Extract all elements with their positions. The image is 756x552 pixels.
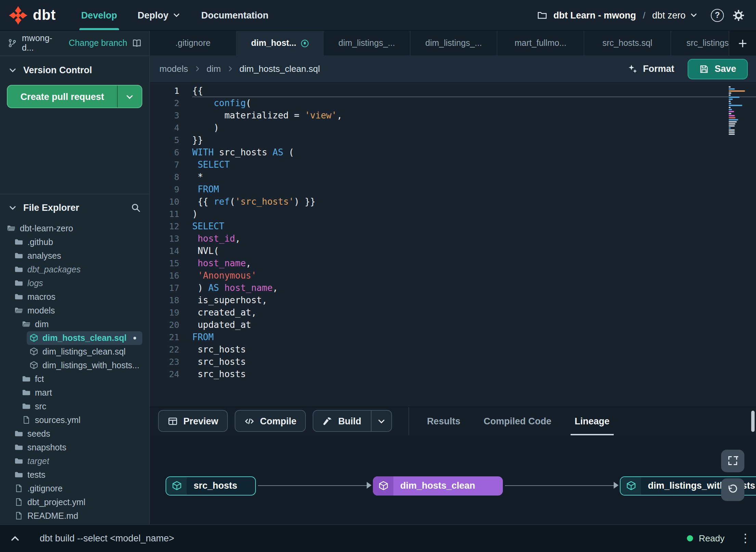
tree-folder-mart[interactable]: mart	[0, 386, 149, 399]
change-branch-link[interactable]: Change branch	[69, 38, 127, 48]
minimap-line	[729, 113, 732, 114]
tree-item-label: dim_listings_clean.sql	[42, 347, 126, 356]
pr-dropdown-button[interactable]	[117, 86, 142, 107]
tab-mart-fullmo[interactable]: mart_fullmo...	[497, 31, 584, 55]
tree-file-dim-listings-clean-sql[interactable]: dim_listings_clean.sql	[0, 345, 149, 358]
model-cube-icon	[29, 347, 38, 356]
settings-gear-icon[interactable]	[732, 9, 745, 22]
tree-folder-snapshots[interactable]: snapshots	[0, 440, 149, 454]
scrollbar-thumb[interactable]	[751, 410, 755, 432]
line-number: 2	[150, 97, 179, 110]
code-area[interactable]: {{ config( materialized = 'view', )}}WIT…	[192, 85, 756, 406]
tree-folder-github[interactable]: .github	[0, 235, 149, 249]
code-editor[interactable]: 123456789101112131415161718192021222324 …	[150, 83, 756, 406]
tree-folder-seeds[interactable]: seeds	[0, 427, 149, 440]
tab-src-hosts-sql[interactable]: src_hosts.sql	[584, 31, 671, 55]
new-tab-button[interactable]	[729, 31, 756, 55]
code-line: SELECT	[192, 159, 756, 171]
tree-folder-tests[interactable]: tests	[0, 468, 149, 482]
fullscreen-button[interactable]	[721, 449, 744, 472]
format-button[interactable]: Format	[627, 64, 674, 74]
tree-folder-dbt-packages[interactable]: dbt_packages	[0, 262, 149, 276]
build-button[interactable]: Build	[313, 410, 392, 432]
build-dropdown-button[interactable]	[371, 411, 391, 431]
lineage-canvas[interactable]: src_hostsdim_hosts_cleandim_listings_wit…	[150, 435, 756, 524]
result-tab-results[interactable]: Results	[427, 407, 460, 435]
tree-item-label: tests	[27, 470, 45, 479]
folder-icon	[22, 374, 31, 383]
result-tab-label: Results	[427, 416, 460, 426]
minimap[interactable]	[729, 86, 747, 136]
tab-dim-listings[interactable]: dim_listings_...	[410, 31, 497, 55]
file-icon	[22, 415, 31, 424]
tree-file-readme-md[interactable]: README.md	[0, 509, 149, 523]
code-line: {{ ref('src_hosts') }}	[192, 196, 756, 208]
tree-folder-macros[interactable]: macros	[0, 290, 149, 304]
tab-dim-listings[interactable]: dim_listings_...	[324, 31, 410, 55]
tree-file-gitignore[interactable]: .gitignore	[0, 482, 149, 495]
lineage-node-dim-hosts-clean[interactable]: dim_hosts_clean	[373, 476, 503, 495]
tree-folder-target[interactable]: target	[0, 454, 149, 468]
breadcrumb-item[interactable]: dim_hosts_clean.sql	[239, 64, 320, 74]
preview-button[interactable]: Preview	[158, 410, 228, 432]
tree-folder-src[interactable]: src	[0, 399, 149, 413]
line-number: 19	[150, 307, 179, 319]
help-button[interactable]	[711, 9, 724, 22]
search-icon[interactable]	[131, 203, 141, 213]
breadcrumb: modelsdimdim_hosts_clean.sql	[159, 64, 320, 74]
breadcrumb-item[interactable]: dim	[207, 64, 221, 74]
environment-selector[interactable]: dbt zero	[652, 10, 698, 20]
folder-icon	[14, 457, 23, 465]
result-tab-compiled-code[interactable]: Compiled Code	[484, 407, 551, 435]
file-icon	[14, 498, 23, 506]
unsaved-indicator-icon	[301, 39, 309, 47]
code-brackets-icon	[244, 416, 255, 426]
dbt-logo-icon	[8, 5, 28, 25]
create-pr-label: Create pull request	[8, 86, 117, 107]
line-number: 7	[150, 159, 179, 171]
lineage-node-src-hosts[interactable]: src_hosts	[166, 476, 256, 495]
tree-folder-logs[interactable]: logs	[0, 276, 149, 290]
code-line: WITH src_hosts AS (	[192, 146, 756, 159]
nav-item-label: Deploy	[138, 10, 168, 20]
dbt-logo[interactable]: dbt	[8, 5, 56, 25]
tree-folder-fct[interactable]: fct	[0, 372, 149, 386]
tree-file-sources-yml[interactable]: sources.yml	[0, 413, 149, 427]
tree-folder-models[interactable]: models	[0, 304, 149, 317]
tree-file-dim-hosts-clean-sql[interactable]: dim_hosts_clean.sql	[27, 331, 142, 345]
version-control-header[interactable]: Version Control	[0, 56, 149, 84]
tree-folder-analyses[interactable]: analyses	[0, 249, 149, 262]
tab-dim-host[interactable]: dim_host...	[237, 31, 324, 55]
nav-item-documentation[interactable]: Documentation	[191, 0, 279, 30]
minimap-line	[729, 97, 740, 98]
tree-folder-dim[interactable]: dim	[0, 317, 149, 331]
nav-item-deploy[interactable]: Deploy	[127, 0, 191, 30]
tree-file-dim-listings-with-hosts[interactable]: dim_listings_with_hosts...	[0, 358, 149, 372]
minimap-line	[729, 94, 731, 96]
code-line: {{	[192, 85, 756, 97]
file-explorer-title: File Explorer	[23, 203, 79, 213]
breadcrumb-item[interactable]: models	[159, 64, 188, 74]
tab-gitignore[interactable]: .gitignore	[150, 31, 237, 55]
main-area: mwong-d... Change branch Version Control…	[0, 31, 756, 524]
result-tab-lineage[interactable]: Lineage	[575, 407, 610, 435]
compile-button[interactable]: Compile	[235, 410, 306, 432]
tree-file-dbt-project-yml[interactable]: dbt_project.yml	[0, 495, 149, 509]
tab-label: mart_fullmo...	[514, 38, 566, 48]
nav-item-develop[interactable]: Develop	[71, 0, 127, 30]
command-input[interactable]: dbt build --select <model_name>	[40, 533, 174, 543]
breadcrumb-bar: modelsdimdim_hosts_clean.sql Format Save	[150, 55, 756, 83]
docs-book-icon[interactable]	[132, 38, 142, 48]
version-control-title: Version Control	[23, 65, 92, 75]
sidebar-spacer	[0, 114, 149, 193]
tab-src-listings-sql[interactable]: src_listings.sql	[671, 31, 729, 55]
reset-view-button[interactable]	[721, 478, 744, 501]
create-pull-request-button[interactable]: Create pull request	[7, 85, 142, 108]
overflow-menu-icon[interactable]	[740, 531, 746, 545]
tree-folder-dbt-learn-zero[interactable]: dbt-learn-zero	[0, 221, 149, 235]
file-explorer-header[interactable]: File Explorer	[0, 193, 149, 221]
save-button[interactable]: Save	[688, 59, 748, 79]
chevron-up-icon[interactable]	[10, 533, 21, 544]
environment-name: dbt zero	[652, 10, 686, 20]
line-number: 12	[150, 220, 179, 233]
